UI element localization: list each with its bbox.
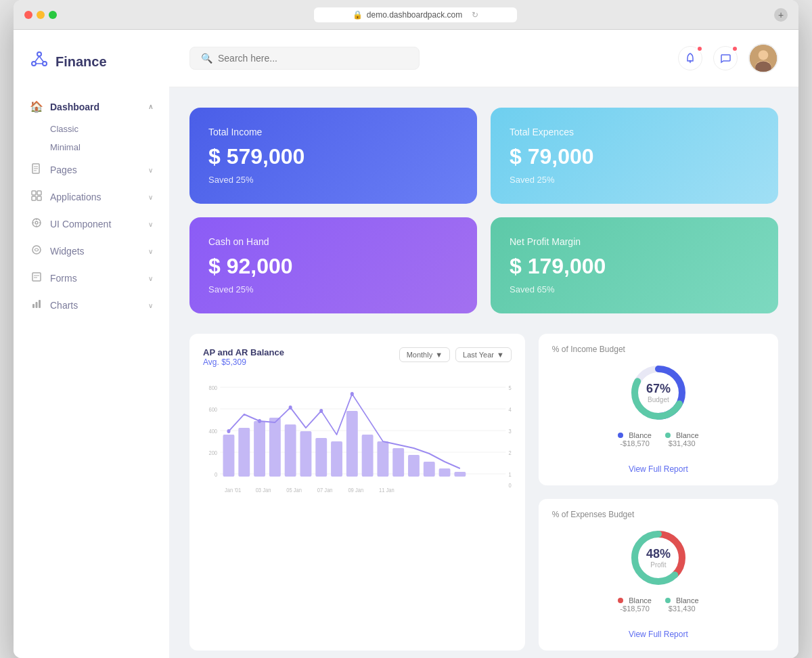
content-area: Total Income $ 579,000 Saved 25% Total E… — [169, 87, 798, 658]
svg-point-65 — [227, 429, 230, 433]
chart-title: AP and AR Balance — [203, 347, 284, 357]
svg-point-69 — [351, 392, 354, 396]
chevron-up-icon: ∧ — [148, 103, 153, 110]
svg-text:09 Jan: 09 Jan — [348, 486, 363, 494]
sidebar-sub-item-minimal[interactable]: Minimal — [14, 138, 169, 156]
stat-card-cash-on-hand: Cash on Hand $ 92,000 Saved 25% — [189, 217, 477, 313]
stats-grid: Total Income $ 579,000 Saved 25% Total E… — [189, 108, 778, 313]
sidebar-item-dashboard[interactable]: 🏠 Dashboard ∧ — [14, 93, 169, 120]
view-full-report-link[interactable]: View Full Report — [629, 464, 688, 474]
svg-rect-55 — [315, 438, 327, 477]
sidebar-item-pages[interactable]: Pages ∨ — [14, 156, 169, 183]
svg-rect-10 — [32, 191, 36, 195]
svg-rect-25 — [36, 302, 38, 308]
donut-percent: 48% — [646, 547, 671, 561]
svg-point-66 — [258, 419, 261, 423]
main-content: 🔍 — [169, 30, 798, 658]
sidebar-item-label: Dashboard — [50, 102, 99, 112]
sidebar-item-applications[interactable]: Applications ∨ — [14, 183, 169, 211]
chevron-down-icon: ▼ — [435, 351, 443, 359]
stat-sub: Saved 25% — [208, 175, 458, 185]
chevron-down-icon: ▼ — [497, 351, 504, 359]
legend-label-2: Blance — [676, 431, 699, 439]
legend-value-1: -$18,570 — [618, 605, 652, 613]
svg-rect-49 — [223, 435, 235, 477]
filter-last-year-button[interactable]: Last Year ▼ — [455, 347, 512, 362]
svg-rect-50 — [238, 428, 250, 477]
browser-window: 🔒 demo.dashboardpack.com ↻ + — [14, 0, 798, 658]
donut-chart-income: 67% Budget — [628, 362, 689, 423]
forms-icon — [30, 271, 43, 285]
traffic-lights — [24, 11, 57, 19]
view-full-report-link-2[interactable]: View Full Report — [629, 630, 688, 639]
search-bar[interactable]: 🔍 — [189, 47, 420, 70]
close-dot[interactable] — [24, 11, 32, 19]
sidebar-item-ui-component[interactable]: UI Component ∨ — [14, 211, 169, 238]
chart-filters: Monthly ▼ Last Year ▼ — [399, 347, 512, 362]
sidebar-item-forms[interactable]: Forms ∨ — [14, 265, 169, 292]
sidebar-item-widgets[interactable]: Widgets ∨ — [14, 238, 169, 265]
svg-text:400: 400 — [208, 427, 217, 435]
chevron-down-icon: ∨ — [148, 167, 153, 174]
sidebar-sub-item-classic[interactable]: Classic — [14, 120, 169, 138]
refresh-icon[interactable]: ↻ — [472, 10, 478, 20]
svg-text:800: 800 — [208, 384, 217, 391]
filter1-label: Monthly — [407, 351, 433, 359]
donut-percent: 67% — [646, 382, 671, 396]
svg-text:07 Jan: 07 Jan — [317, 486, 333, 494]
donut-label: Budget — [646, 396, 671, 403]
stat-value: $ 579,000 — [208, 144, 458, 169]
svg-text:11 Jan: 11 Jan — [379, 486, 394, 494]
svg-rect-51 — [254, 421, 265, 477]
svg-point-30 — [759, 50, 769, 60]
legend-label-1: Blance — [629, 431, 652, 439]
legend-dot-1 — [618, 433, 623, 438]
svg-rect-26 — [39, 300, 41, 308]
maximize-dot[interactable] — [49, 11, 57, 19]
avatar[interactable] — [748, 43, 778, 73]
stat-card-total-expenses: Total Expences $ 79,000 Saved 25% — [491, 108, 778, 204]
stat-sub: Saved 65% — [510, 284, 759, 294]
stat-card-total-income: Total Income $ 579,000 Saved 25% — [189, 108, 477, 204]
notification-button[interactable] — [678, 46, 702, 70]
search-input[interactable] — [218, 53, 408, 64]
svg-text:0: 0 — [509, 481, 512, 489]
donut-center: 67% Budget — [646, 382, 671, 403]
svg-rect-12 — [32, 196, 36, 200]
logo-text: Finance — [55, 54, 107, 70]
svg-rect-57 — [346, 411, 358, 477]
legend-item-1: Blance -$18,570 — [618, 596, 652, 613]
message-button[interactable] — [713, 46, 738, 70]
chart-subtitle: Avg. $5,309 — [203, 357, 284, 367]
sidebar-item-label: Widgets — [50, 246, 85, 257]
lock-icon: 🔒 — [353, 10, 363, 20]
legend-dot-2 — [665, 433, 671, 438]
donut-legend: Blance -$18,570 Blance — [618, 596, 698, 613]
message-badge — [731, 45, 738, 52]
minimize-dot[interactable] — [37, 11, 45, 19]
sidebar-item-label: Applications — [50, 192, 102, 202]
sidebar: Finance 🏠 Dashboard ∧ Classic Minimal — [14, 30, 169, 658]
stat-label: Total Income — [208, 127, 458, 137]
svg-point-15 — [35, 221, 38, 224]
header-right — [678, 43, 778, 73]
svg-text:10: 10 — [509, 470, 512, 478]
new-tab-button[interactable]: + — [774, 8, 788, 22]
legend-value-2: $31,430 — [665, 439, 699, 447]
filter-monthly-button[interactable]: Monthly ▼ — [399, 347, 450, 362]
sidebar-item-label: Pages — [50, 164, 77, 175]
donut-wrapper: 67% Budget Blance — [552, 362, 765, 475]
stat-value: $ 79,000 — [510, 144, 759, 169]
svg-text:Jan '01: Jan '01 — [225, 486, 242, 494]
home-icon: 🏠 — [30, 100, 43, 113]
url-input[interactable]: 🔒 demo.dashboardpack.com ↻ — [314, 7, 517, 22]
avatar-image — [750, 45, 777, 72]
sidebar-item-charts[interactable]: Charts ∨ — [14, 292, 169, 319]
svg-rect-56 — [331, 441, 342, 477]
svg-point-1 — [32, 62, 36, 66]
url-text: demo.dashboardpack.com — [367, 10, 462, 20]
stat-card-net-profit: Net Profit Margin $ 179,000 Saved 65% — [491, 217, 778, 313]
donut-charts-column: % of Income Budget 67% — [539, 334, 778, 651]
chevron-down-icon: ∨ — [148, 194, 153, 201]
donut-chart-expenses: 48% Profit — [628, 527, 689, 588]
